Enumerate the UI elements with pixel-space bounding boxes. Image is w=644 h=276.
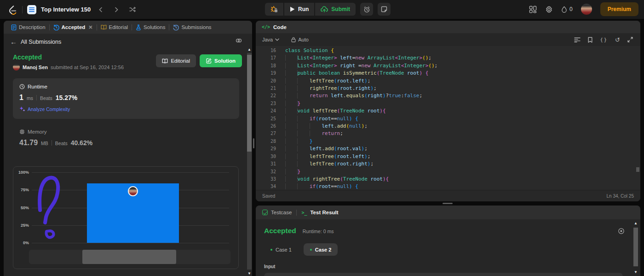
code-panel-header: </> Code	[256, 21, 640, 33]
braces-icon[interactable]: {}	[600, 37, 608, 42]
code-line[interactable]: 27 return;	[256, 130, 640, 137]
next-problem-icon[interactable]	[111, 5, 122, 14]
line-number: 24	[256, 107, 276, 115]
code-line[interactable]: 18 List<Integer> right =new ArrayList<In…	[256, 62, 640, 70]
code-line[interactable]: 17 List<Integer> left=new ArrayList<Inte…	[256, 54, 640, 62]
tab-submissions[interactable]: Submissions	[170, 24, 214, 30]
code-line[interactable]: 19 public boolean isSymmetric(TreeNode r…	[256, 70, 640, 77]
close-tab-icon[interactable]: ✕	[88, 24, 92, 30]
editorial-button[interactable]: Editorial	[156, 54, 196, 67]
layout-grid-icon[interactable]	[529, 6, 537, 13]
panel-resize-handle-vertical[interactable]	[253, 138, 254, 148]
run-button[interactable]: Run	[284, 3, 314, 16]
line-number: 19	[256, 70, 276, 77]
code-line[interactable]: 24 void leftTree(TreeNode root){	[256, 107, 640, 115]
submit-button[interactable]: Submit	[315, 3, 356, 16]
code-line[interactable]: 26 left.add(null);	[256, 123, 640, 130]
code-line[interactable]: 23 }	[256, 100, 640, 107]
settings-gear-icon[interactable]	[545, 6, 553, 13]
line-number: 21	[256, 85, 276, 92]
code-line[interactable]: 33 void rightTree(TreeNode root){	[256, 176, 640, 183]
code-editor[interactable]: 16class Solution {17 List<Integer> left=…	[256, 46, 640, 190]
breadcrumb[interactable]: All Submissions	[21, 39, 61, 45]
author-name[interactable]: Manoj Sen	[23, 65, 48, 70]
shuffle-icon[interactable]	[126, 5, 139, 14]
chevron-down-icon	[275, 38, 279, 41]
reset-code-icon[interactable]: ↺	[615, 37, 620, 43]
analyze-complexity-button[interactable]: Analyze Complexity	[19, 106, 233, 112]
input-value-box[interactable]	[264, 273, 623, 276]
tab-testcase[interactable]: Testcase	[262, 210, 292, 215]
case-2-chip[interactable]: Case 2	[304, 243, 338, 256]
tab-test-result[interactable]: >_ Test Result	[301, 210, 338, 215]
language-selector[interactable]: Java	[260, 37, 281, 42]
scrollbar-thumb[interactable]	[633, 228, 638, 266]
visibility-icon[interactable]	[618, 228, 625, 235]
line-number: 34	[256, 183, 276, 190]
scrollbar-thumb[interactable]	[247, 55, 252, 152]
tab-description[interactable]: Description	[8, 24, 48, 30]
prev-problem-icon[interactable]	[95, 5, 106, 14]
code-line[interactable]: 25 if(root==null) {	[256, 115, 640, 123]
runtime-beats: 15.27%	[56, 94, 77, 101]
leetcode-logo[interactable]	[7, 5, 17, 15]
code-line[interactable]: 22 return left.equals(right)?true:false;	[256, 92, 640, 100]
scroll-down-icon[interactable]: ▼	[633, 270, 638, 275]
tab-editorial[interactable]: Editorial	[98, 24, 131, 30]
tab-accepted[interactable]: Accepted ✕	[51, 24, 96, 30]
terminal-icon: >_	[301, 210, 307, 215]
line-number: 30	[256, 153, 276, 160]
problem-list-title[interactable]: Top Interview 150	[41, 6, 91, 13]
code-line[interactable]: 31 leftTree(root.right);	[256, 160, 640, 168]
book-icon	[162, 59, 168, 64]
scrollbar-thumb[interactable]	[636, 167, 639, 172]
runtime-card[interactable]: Runtime 1 ms Beats 15.27% Analyze Comple…	[13, 78, 239, 119]
editor-status-bar: Saved Ln 34, Col 25	[256, 190, 640, 201]
cursor-position[interactable]: Ln 34, Col 25	[607, 194, 634, 199]
submit-label: Submit	[331, 6, 350, 12]
streak-count: 0	[569, 6, 573, 12]
tab-label: Testcase	[271, 210, 292, 215]
code-line[interactable]: 34 if(root==null) {	[256, 183, 640, 190]
solution-button[interactable]: Solution	[200, 54, 242, 67]
case-dot	[270, 249, 272, 251]
case-1-chip[interactable]: Case 1	[264, 243, 298, 256]
scroll-up-icon[interactable]: ▲	[633, 221, 638, 226]
problem-list-icon[interactable]	[27, 5, 36, 14]
code-line[interactable]: 20 leftTree(root.left);	[256, 77, 640, 85]
lock-icon	[291, 37, 296, 42]
scroll-up-icon[interactable]: ▲	[247, 47, 252, 52]
chart-range-slider[interactable]	[29, 250, 230, 264]
copy-link-icon[interactable]	[236, 37, 242, 44]
premium-button[interactable]: Premium	[600, 2, 638, 16]
tab-solutions[interactable]: Solutions	[133, 24, 168, 30]
format-code-icon[interactable]	[574, 37, 581, 42]
result-scrollbar[interactable]: ▲ ▼	[633, 221, 638, 275]
back-arrow-icon[interactable]: ←	[10, 38, 17, 45]
line-number: 32	[256, 168, 276, 176]
expand-editor-icon[interactable]	[627, 37, 633, 42]
code-line[interactable]: 32 }	[256, 168, 640, 176]
code-line[interactable]: 21 rightTree(root.right);	[256, 85, 640, 92]
result-panel-tabs: Testcase >_ Test Result	[256, 206, 640, 219]
user-avatar[interactable]	[581, 4, 592, 15]
editor-scrollbar[interactable]	[636, 46, 639, 190]
code-line[interactable]: 28 }	[256, 138, 640, 145]
panel-resize-handle-horizontal[interactable]	[443, 203, 453, 204]
streak-counter[interactable]: 0	[561, 6, 573, 13]
notes-button[interactable]	[378, 3, 391, 16]
leetcode-app: Top Interview 150	[0, 0, 644, 276]
left-panel-scrollbar[interactable]: ▲ ▼	[247, 47, 252, 276]
memory-card[interactable]: Memory 41.79 MB Beats 40.62%	[19, 129, 92, 147]
code-line[interactable]: 29 left.add(root.val);	[256, 145, 640, 153]
scroll-down-icon[interactable]: ▼	[247, 271, 252, 276]
autocomplete-toggle[interactable]: Auto	[291, 37, 309, 42]
code-panel-title[interactable]: Code	[273, 24, 287, 30]
code-line[interactable]: 16class Solution {	[256, 47, 640, 54]
result-status: Accepted	[264, 227, 296, 235]
timer-button[interactable]	[360, 3, 373, 16]
debugger-button[interactable]	[265, 3, 283, 16]
bookmark-icon[interactable]	[588, 37, 592, 43]
code-line[interactable]: 30 leftTree(root.left);	[256, 153, 640, 160]
chart-slider-thumb[interactable]	[82, 250, 176, 264]
